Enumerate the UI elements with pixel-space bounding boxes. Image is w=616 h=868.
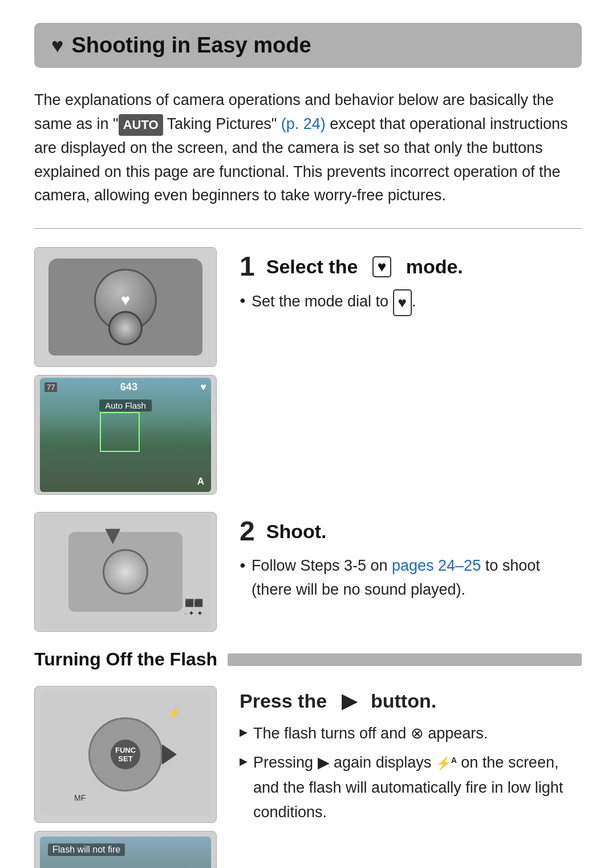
camera-top-shape	[48, 259, 202, 356]
flash-content: Press the ▶ button. ▶ The flash turns of…	[240, 686, 582, 829]
macro-symbol: MF	[74, 793, 86, 802]
shutter-arrow-visual: ▼ ⬛⬛· ✦ ✦	[40, 515, 211, 629]
step1-title: 1 Select the ♥ mode.	[240, 253, 582, 280]
step1-bullet1-text: Set the mode dial to ♥.	[252, 289, 416, 316]
bullet-dot2: ●	[240, 558, 246, 574]
shutter-right-text: ⬛⬛· ✦ ✦	[184, 598, 203, 619]
face-detection-box	[100, 412, 140, 452]
shutter-box: ▼ ⬛⬛· ✦ ✦	[40, 515, 211, 629]
step2-bullet1: ● Follow Steps 3-5 on pages 24–25 to sho…	[240, 554, 582, 602]
flash-section: FUNCSET ⚡ MF Flash will not fire ⚡ Pres	[34, 686, 582, 868]
shutter-press-image: ▼ ⬛⬛· ✦ ✦	[34, 512, 217, 632]
press-title-text: Press the	[240, 690, 327, 712]
step1-title-suffix: mode.	[406, 256, 463, 278]
lcd-screen: 77 643 ♥ Auto Flash A	[40, 378, 211, 492]
page-header: ♥ Shooting in Easy mode	[34, 23, 582, 68]
camera-top-image	[34, 247, 217, 367]
lcd-top-bar: 77 643 ♥	[44, 381, 206, 393]
flash-not-fire-image: Flash will not fire ⚡	[34, 831, 217, 868]
flash-images: FUNCSET ⚡ MF Flash will not fire ⚡	[34, 686, 217, 868]
camera-lens	[108, 311, 143, 345]
press-bullet2-text: Pressing ▶ again displays ⚡A on the scre…	[253, 750, 582, 825]
step1-images: 77 643 ♥ Auto Flash A	[34, 247, 217, 495]
bullet-dot1: ●	[240, 293, 246, 309]
step2-body: ● Follow Steps 3-5 on pages 24–25 to sho…	[240, 554, 582, 602]
section-title: Turning Off the Flash	[34, 649, 228, 670]
flash-auto-icon: ⚡A	[436, 756, 457, 770]
step2-content: 2 Shoot. ● Follow Steps 3-5 on pages 24–…	[240, 512, 582, 607]
func-arrow-right	[162, 744, 177, 765]
easy-mode-inline-icon: ♥	[372, 256, 391, 277]
step1-number: 1	[240, 253, 255, 280]
intro-text2: Taking Pictures"	[163, 115, 281, 132]
camera-back-image: FUNCSET ⚡ MF	[34, 686, 217, 823]
step1-row: 77 643 ♥ Auto Flash A 1 Select the ♥ mod…	[34, 247, 582, 495]
intro-paragraph: The explanations of camera operations an…	[34, 88, 582, 208]
step2-title-text: Shoot.	[266, 520, 327, 543]
section-header-bar	[228, 653, 582, 666]
battery-icon: 77	[44, 382, 57, 392]
func-ring: FUNCSET	[88, 717, 163, 792]
step2-number: 2	[240, 518, 255, 545]
step1-title-text: Select the	[266, 256, 358, 278]
flash-photo-bg: Flash will not fire ⚡	[40, 837, 211, 868]
shot-count: 643	[120, 381, 137, 393]
flash-symbol: ⚡	[168, 707, 180, 720]
lcd-overlay: 77 643 ♥ Auto Flash A	[40, 378, 211, 492]
press-bullet2: ▶ Pressing ▶ again displays ⚡A on the sc…	[240, 750, 582, 825]
step2-link1[interactable]: pages 24–25	[392, 557, 481, 574]
section-turning-off-header: Turning Off the Flash	[34, 649, 582, 670]
step2-bullet1-text: Follow Steps 3-5 on pages 24–25 to shoot…	[252, 554, 582, 602]
lcd-side-icon: A	[197, 476, 204, 487]
press-arrow-icon: ▶	[342, 689, 356, 712]
step2-row: ▼ ⬛⬛· ✦ ✦ 2 Shoot. ● Follow Steps 3-5 on…	[34, 512, 582, 632]
auto-badge: AUTO	[119, 114, 163, 136]
press-title-suffix: button.	[371, 690, 436, 712]
step1-bullet1: ● Set the mode dial to ♥.	[240, 289, 582, 316]
press-body: ▶ The flash turns off and ⊗ appears. ▶ P…	[240, 721, 582, 825]
camera-back-shape: FUNCSET ⚡ MF	[40, 693, 211, 816]
heart-mode-icon: ♥	[200, 381, 206, 393]
page-title: Shooting in Easy mode	[71, 33, 311, 58]
step1-body: ● Set the mode dial to ♥.	[240, 289, 582, 316]
easy-mode-inline-icon2: ♥	[393, 289, 412, 316]
auto-flash-label: Auto Flash	[99, 399, 152, 411]
press-title: Press the ▶ button.	[240, 689, 582, 712]
triangle-bullet2: ▶	[240, 753, 248, 770]
press-bullet1: ▶ The flash turns off and ⊗ appears.	[240, 721, 582, 746]
divider	[34, 228, 582, 229]
step2-title: 2 Shoot.	[240, 518, 582, 545]
lcd-screen-image: 77 643 ♥ Auto Flash A	[34, 375, 217, 495]
triangle-bullet1: ▶	[240, 724, 248, 741]
func-center-button: FUNCSET	[111, 740, 140, 769]
intro-link1[interactable]: (p. 24)	[281, 115, 326, 132]
press-bullet1-text: The flash turns off and ⊗ appears.	[253, 721, 488, 746]
easy-mode-icon: ♥	[51, 34, 63, 58]
step1-content: 1 Select the ♥ mode. ● Set the mode dial…	[240, 247, 582, 320]
flash-not-fire-label: Flash will not fire	[48, 843, 125, 856]
step2-images: ▼ ⬛⬛· ✦ ✦	[34, 512, 217, 632]
